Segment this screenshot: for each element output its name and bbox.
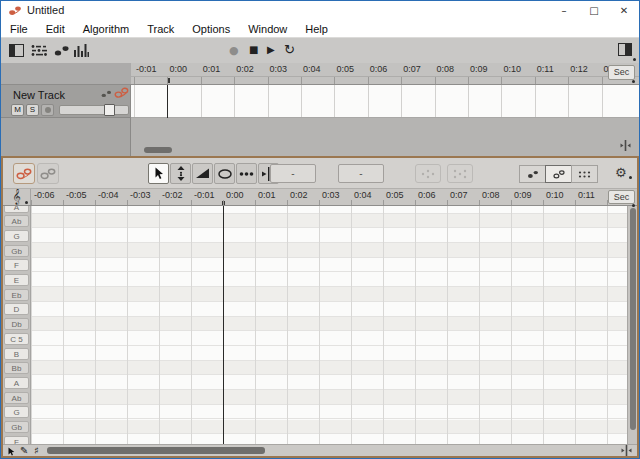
arrange-tick-label: -0:01 xyxy=(136,64,157,74)
menu-item-algorithm[interactable]: Algorithm xyxy=(74,21,138,37)
play-icon[interactable]: ▶ xyxy=(267,44,275,55)
pitch-snap-select[interactable]: - xyxy=(270,164,316,183)
track-notes-icon[interactable] xyxy=(101,90,112,98)
menu-bar: FileEditAlgorithmTrackOptionsWindowHelp xyxy=(1,21,639,37)
view-toggle-grid[interactable] xyxy=(571,165,598,183)
note-label-a-12[interactable]: A xyxy=(4,377,29,389)
editor-settings-gear-icon[interactable]: ⚙ xyxy=(615,165,627,180)
note-label-g-14[interactable]: G xyxy=(4,406,29,418)
menu-item-edit[interactable]: Edit xyxy=(37,21,74,37)
maximize-button[interactable]: □ xyxy=(579,1,609,21)
grid-row xyxy=(31,434,627,444)
note-label-ab-13[interactable]: Ab xyxy=(4,392,29,404)
editor-tick-label: 0:03 xyxy=(322,190,340,200)
note-label-db-8[interactable]: Db xyxy=(4,318,29,330)
solo-button[interactable]: S xyxy=(26,104,39,116)
pitch-tool-button[interactable] xyxy=(170,163,191,184)
editor-tick-label: 0:02 xyxy=(290,190,308,200)
editor-tick-label: -0:01 xyxy=(194,190,215,200)
blob-edit-button[interactable] xyxy=(13,163,35,184)
arrange-ruler[interactable]: -0:010:000:010:020:030:040:050:060:070:0… xyxy=(131,63,639,85)
editor-vscrollbar[interactable] xyxy=(627,206,637,444)
grid-row xyxy=(31,390,627,405)
editor-ruler[interactable]: 𝄞 -0:06-0:05-0:04-0:03-0:02-0:010:000:01… xyxy=(3,189,637,206)
note-label-a-0[interactable]: A xyxy=(4,206,29,213)
arrange-time-unit-button[interactable]: Sec xyxy=(608,65,635,80)
editor-vscroll-thumb[interactable] xyxy=(630,208,636,430)
note-label-f-16[interactable]: F xyxy=(4,436,29,444)
editor-hscroll-thumb[interactable] xyxy=(47,447,265,454)
arrange-playhead xyxy=(167,85,168,118)
arrange-hscroll-thumb[interactable] xyxy=(144,147,172,153)
record-icon[interactable]: ● xyxy=(229,44,239,57)
menu-item-track[interactable]: Track xyxy=(138,21,183,37)
view-toggle-blobs[interactable] xyxy=(545,165,572,183)
track-volume-handle[interactable] xyxy=(104,104,115,116)
track-volume-slider[interactable] xyxy=(59,105,129,115)
cursor-tool-icon[interactable] xyxy=(8,447,16,456)
record-arm-dot xyxy=(45,107,51,113)
record-arm-button[interactable] xyxy=(41,104,54,116)
arrange-tick-label: 0:11 xyxy=(537,64,554,74)
menu-item-file[interactable]: File xyxy=(1,21,37,37)
arrange-empty-area xyxy=(131,118,639,156)
editor-resize-grip[interactable] xyxy=(621,445,632,456)
grid-row xyxy=(31,346,627,361)
note-label-eb-6[interactable]: Eb xyxy=(4,289,29,301)
menu-item-help[interactable]: Help xyxy=(296,21,337,37)
formant-tool-button[interactable] xyxy=(192,163,213,184)
note-label-b-10[interactable]: B xyxy=(4,348,29,360)
timing-tool-button[interactable] xyxy=(236,163,257,184)
view-toggle-notes[interactable] xyxy=(519,165,546,183)
time-snap-select[interactable]: - xyxy=(338,164,384,183)
arrange-time-unit-dropdown-dot[interactable] xyxy=(632,80,635,83)
clef-dropdown-dot[interactable] xyxy=(25,201,28,204)
note-label-f-4[interactable]: F xyxy=(4,259,29,271)
grid-row xyxy=(31,243,627,258)
pointer-tool-button[interactable] xyxy=(148,163,169,184)
track-name[interactable]: New Track xyxy=(13,89,65,101)
note-label-c5-9[interactable]: C 5 xyxy=(4,333,29,345)
note-label-d-7[interactable]: D xyxy=(4,303,29,315)
amplitude-tool-button[interactable] xyxy=(214,163,235,184)
app-icon xyxy=(8,5,22,17)
panel-left-toggle-icon[interactable] xyxy=(9,44,24,57)
grid-row xyxy=(31,228,627,243)
editor-tick-label: 0:11 xyxy=(578,190,595,200)
note-label-gb-3[interactable]: Gb xyxy=(4,245,29,257)
spectrum-bars-icon[interactable] xyxy=(74,44,89,57)
note-label-e-5[interactable]: E xyxy=(4,274,29,286)
note-label-gb-15[interactable]: Gb xyxy=(4,421,29,433)
note-label-bb-11[interactable]: Bb xyxy=(4,362,29,374)
editor-grid[interactable] xyxy=(31,206,627,444)
panel-right-dropdown-dot[interactable] xyxy=(633,58,636,61)
scale-snap-icon[interactable]: ♯ xyxy=(34,445,39,456)
menu-item-options[interactable]: Options xyxy=(183,21,239,37)
pitch-ruler[interactable]: AAbGGbFEEbDDbC 5BBbAAbGGbFE xyxy=(3,206,31,444)
note-label-ab-1[interactable]: Ab xyxy=(4,215,29,227)
editor-tick-label: 0:05 xyxy=(386,190,404,200)
minimize-button[interactable]: – xyxy=(549,1,579,21)
note-assignment-button[interactable] xyxy=(37,163,59,184)
panel-right-toggle-icon[interactable] xyxy=(618,43,632,56)
track-algorithm-icon[interactable] xyxy=(114,87,129,99)
arrange-resize-grip[interactable] xyxy=(620,140,631,151)
cycle-icon[interactable]: ↻ xyxy=(284,42,295,57)
menu-item-window[interactable]: Window xyxy=(239,21,296,37)
editor-time-unit-button[interactable]: Sec xyxy=(608,190,635,204)
main-toolbar: ● ■ ▶ ↻ 00:00:00.00 - ▲ - . xyxy=(1,37,639,63)
note-blobs-icon[interactable] xyxy=(54,45,70,57)
stop-icon[interactable]: ■ xyxy=(249,44,258,55)
close-button[interactable]: ✕ xyxy=(609,1,639,21)
track-list-icon[interactable] xyxy=(31,44,48,57)
editor-time-unit-dropdown-dot[interactable] xyxy=(632,204,635,207)
draw-tool-icon[interactable]: ✎ xyxy=(20,445,28,456)
editor-settings-dropdown-dot[interactable] xyxy=(629,176,632,179)
arrange-track-lane[interactable] xyxy=(131,85,639,118)
grid-row xyxy=(31,287,627,302)
track-header[interactable]: New Track M S xyxy=(1,85,131,118)
editor-tick-label: 0:06 xyxy=(418,190,436,200)
editor-tick-label: 0:10 xyxy=(546,190,564,200)
note-label-g-2[interactable]: G xyxy=(4,230,29,242)
mute-button[interactable]: M xyxy=(11,104,24,116)
